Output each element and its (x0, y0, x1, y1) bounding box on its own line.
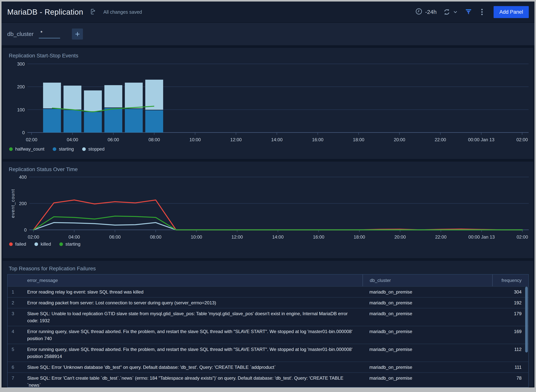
dashboard-body: Replication Start-Stop Events 3002001000… (1, 45, 535, 387)
y-axis-tick-label: 0 (24, 227, 27, 233)
x-axis-tick-label: 18:00 (353, 137, 364, 142)
bar-starting[interactable] (43, 109, 61, 132)
series-line-failed[interactable] (33, 200, 522, 230)
table-row: 7Slave SQL: Error 'Can't create table `d… (8, 372, 528, 387)
legend-item-killed[interactable]: killed (34, 241, 51, 247)
add-panel-button[interactable]: Add Panel (494, 6, 529, 18)
filter-bar: db_cluster * + (1, 23, 535, 45)
x-axis-tick-label: 22:00 (435, 137, 446, 142)
legend-item-stopped[interactable]: stopped (82, 146, 104, 152)
y-axis-title: event_count (10, 189, 15, 218)
bar-starting[interactable] (145, 110, 163, 132)
start-stop-events-chart[interactable]: 300200100002:0004:0006:0008:0010:0012:00… (9, 60, 530, 145)
error-message-cell: Error reading packet from server: Lost c… (18, 299, 362, 306)
x-axis-tick-label: 04:00 (68, 234, 80, 239)
bar-stopped[interactable] (125, 83, 143, 108)
row-number: 7 (8, 374, 18, 387)
x-axis-tick-label: 22:00 (435, 234, 447, 239)
y-axis-tick-label: 300 (17, 61, 25, 66)
error-message-cell: Error running query, slave SQL thread ab… (18, 328, 362, 342)
panel-title: Replication Start-Stop Events (3, 48, 533, 59)
row-number: 2 (8, 299, 18, 306)
legend-dot (9, 147, 13, 151)
bar-stopped[interactable] (145, 80, 163, 110)
legend-label: starting (66, 241, 80, 247)
legend-dot (59, 242, 63, 246)
db-cluster-cell: mariadb_on_premise (362, 364, 492, 371)
db-cluster-filter-input[interactable]: * (39, 30, 60, 38)
bar-stopped[interactable] (84, 90, 102, 111)
x-axis-tick-label: 10:00 (191, 234, 202, 239)
table-header-row: error_messagedb_clusterfrequency (8, 275, 528, 286)
x-axis-tick-label: 08:00 (149, 137, 160, 142)
frequency-cell: 192 (492, 299, 528, 306)
x-axis-tick-label: 02:00 (28, 234, 39, 239)
column-header-db-cluster[interactable]: db_cluster (362, 275, 492, 286)
x-axis-tick-label: 16:00 (312, 137, 323, 142)
panel-title: Replication Status Over Time (3, 162, 533, 173)
legend-item-starting[interactable]: starting (53, 146, 74, 152)
table-row: 4Error running query, slave SQL thread a… (8, 326, 528, 344)
series-line-starting[interactable] (33, 216, 522, 230)
x-axis-tick-label: 16:00 (313, 234, 324, 239)
bar-stopped[interactable] (43, 83, 61, 108)
y-axis-tick-label: 400 (19, 174, 27, 180)
legend-item-halfway_count[interactable]: halfway_count (9, 146, 44, 152)
db-cluster-cell: mariadb_on_premise (362, 288, 492, 295)
legend-label: halfway_count (15, 146, 44, 152)
legend-dot (34, 242, 38, 246)
db-cluster-cell: mariadb_on_premise (362, 346, 492, 360)
kebab-menu-button[interactable] (479, 8, 485, 16)
status-over-time-chart[interactable]: 400200002:0004:0006:0008:0010:0012:0014:… (9, 173, 530, 240)
x-axis-tick-label: 12:00 (230, 137, 242, 142)
table-scrollbar-thumb[interactable] (525, 287, 528, 352)
row-number: 3 (8, 310, 18, 324)
x-axis-tick-label: 20:00 (394, 234, 406, 239)
table-row: 2Error reading packet from server: Lost … (8, 297, 528, 308)
db-cluster-cell: mariadb_on_premise (362, 310, 492, 324)
bar-starting[interactable] (84, 112, 102, 132)
error-message-cell: Error running query, slave SQL thread ab… (18, 346, 362, 360)
table-row: 5Error running query, slave SQL thread a… (8, 344, 528, 362)
y-axis-tick-label: 100 (17, 107, 25, 112)
x-axis-tick-label: 12:00 (231, 234, 243, 239)
bar-stopped[interactable] (64, 86, 81, 109)
add-filter-button[interactable]: + (72, 28, 83, 40)
legend-dot (53, 147, 56, 151)
db-cluster-cell: mariadb_on_premise (362, 374, 492, 387)
bar-starting[interactable] (125, 109, 143, 132)
panel-start-stop-events: Replication Start-Stop Events 3002001000… (3, 48, 533, 159)
column-header-index (8, 275, 18, 286)
clock-icon (415, 8, 423, 16)
column-header-error-message[interactable]: error_message (18, 275, 362, 286)
x-axis-tick-label: 10:00 (189, 137, 201, 142)
share-icon (90, 8, 97, 16)
bar-stopped[interactable] (104, 85, 122, 107)
share-button[interactable] (90, 8, 97, 16)
refresh-button[interactable] (443, 8, 451, 16)
x-axis-tick-label: 08:00 (150, 234, 161, 239)
filter-label: db_cluster (7, 31, 33, 37)
x-axis-tick-label: 04:00 (67, 137, 78, 142)
save-status: All changes saved (103, 9, 142, 15)
bar-starting[interactable] (104, 108, 122, 132)
bar-starting[interactable] (64, 110, 81, 132)
legend-item-failed[interactable]: failed (9, 241, 26, 247)
legend-dot (82, 147, 86, 151)
refresh-interval-dropdown[interactable] (452, 9, 458, 15)
legend-label: killed (41, 241, 51, 247)
error-message-cell: Slave SQL: Error 'Can't create table `db… (18, 374, 362, 387)
y-axis-tick-label: 0 (22, 130, 25, 135)
table-body: 1Error reading relay log event: slave SQ… (8, 286, 528, 387)
column-header-frequency[interactable]: frequency (492, 275, 528, 286)
error-message-cell: Slave SQL: Error 'Unknown database 'db_t… (18, 364, 362, 371)
toolbar-controls: -24h (415, 6, 529, 18)
frequency-cell: 169 (492, 328, 528, 342)
filter-funnel-button[interactable] (465, 8, 472, 16)
legend-item-starting[interactable]: starting (59, 241, 80, 247)
chart-legend: failedkilledstarting (3, 240, 533, 247)
time-range-button[interactable]: -24h (415, 8, 437, 16)
table-row: 6Slave SQL: Error 'Unknown database 'db_… (8, 362, 528, 372)
db-cluster-cell: mariadb_on_premise (362, 328, 492, 342)
x-axis-tick-label: 14:00 (271, 137, 282, 142)
